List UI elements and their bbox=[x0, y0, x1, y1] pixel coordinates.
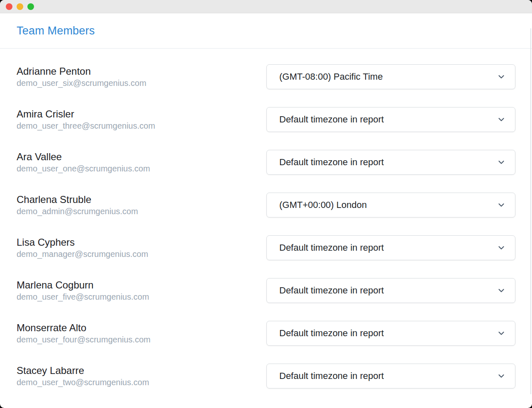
timezone-select[interactable]: Default timezone in report bbox=[266, 107, 515, 132]
member-email: demo_manager@scrumgenius.com bbox=[17, 249, 266, 260]
maximize-button[interactable] bbox=[27, 3, 34, 10]
chevron-down-icon bbox=[497, 158, 506, 167]
member-row: Monserrate Alto demo_user_four@scrumgeni… bbox=[17, 321, 515, 346]
member-email: demo_user_five@scrumgenius.com bbox=[17, 291, 266, 303]
chevron-down-icon bbox=[497, 200, 506, 210]
scrollbar[interactable] bbox=[530, 28, 531, 394]
member-row: Marlena Cogburn demo_user_five@scrumgeni… bbox=[17, 278, 515, 303]
member-row: Amira Crisler demo_user_three@scrumgeniu… bbox=[17, 107, 515, 132]
member-name: Stacey Labarre bbox=[17, 364, 266, 377]
member-email: demo_user_one@scrumgenius.com bbox=[17, 163, 266, 174]
chevron-down-icon bbox=[497, 286, 506, 295]
window-controls bbox=[6, 3, 34, 10]
chevron-down-icon bbox=[497, 72, 506, 81]
timezone-select[interactable]: Default timezone in report bbox=[266, 278, 515, 303]
timezone-select[interactable]: Default timezone in report bbox=[266, 235, 515, 260]
member-name: Monserrate Alto bbox=[17, 322, 266, 334]
member-row: Adrianne Penton demo_user_six@scrumgeniu… bbox=[17, 64, 515, 89]
member-name: Charlena Struble bbox=[17, 193, 266, 206]
member-name: Ara Vallee bbox=[17, 151, 266, 163]
member-name: Lisa Cyphers bbox=[17, 236, 266, 249]
member-info: Marlena Cogburn demo_user_five@scrumgeni… bbox=[17, 278, 266, 303]
member-name: Marlena Cogburn bbox=[17, 279, 266, 291]
member-email: demo_admin@scrumgenius.com bbox=[17, 206, 266, 217]
timezone-selected-value: Default timezone in report bbox=[279, 371, 384, 381]
member-info: Charlena Struble demo_admin@scrumgenius.… bbox=[17, 193, 266, 217]
member-info: Monserrate Alto demo_user_four@scrumgeni… bbox=[17, 321, 266, 345]
member-info: Stacey Labarre demo_user_two@scrumgenius… bbox=[17, 364, 266, 388]
timezone-selected-value: Default timezone in report bbox=[279, 242, 384, 253]
timezone-select[interactable]: (GMT+00:00) London bbox=[266, 193, 515, 217]
member-info: Lisa Cyphers demo_manager@scrumgenius.co… bbox=[17, 235, 266, 260]
timezone-selected-value: Default timezone in report bbox=[279, 114, 384, 125]
member-email: demo_user_three@scrumgenius.com bbox=[17, 120, 266, 132]
close-button[interactable] bbox=[6, 3, 12, 10]
chevron-down-icon bbox=[497, 329, 506, 338]
chevron-down-icon bbox=[497, 115, 506, 124]
member-name: Adrianne Penton bbox=[17, 65, 266, 78]
page-header: Team Members bbox=[0, 13, 532, 49]
timezone-select[interactable]: Default timezone in report bbox=[266, 321, 515, 346]
timezone-selected-value: (GMT+00:00) London bbox=[279, 200, 367, 210]
timezone-selected-value: Default timezone in report bbox=[279, 285, 384, 296]
team-members-list: Adrianne Penton demo_user_six@scrumgeniu… bbox=[0, 49, 532, 388]
timezone-select[interactable]: Default timezone in report bbox=[266, 364, 515, 388]
page-title: Team Members bbox=[17, 24, 95, 37]
member-email: demo_user_four@scrumgenius.com bbox=[17, 334, 266, 345]
member-row: Lisa Cyphers demo_manager@scrumgenius.co… bbox=[17, 235, 515, 260]
member-row: Ara Vallee demo_user_one@scrumgenius.com… bbox=[17, 150, 515, 175]
member-info: Ara Vallee demo_user_one@scrumgenius.com bbox=[17, 150, 266, 174]
member-name: Amira Crisler bbox=[17, 108, 266, 120]
timezone-selected-value: Default timezone in report bbox=[279, 328, 384, 339]
chevron-down-icon bbox=[497, 371, 506, 381]
window-titlebar bbox=[0, 0, 532, 13]
member-row: Charlena Struble demo_admin@scrumgenius.… bbox=[17, 193, 515, 217]
minimize-button[interactable] bbox=[17, 3, 23, 10]
member-email: demo_user_six@scrumgenius.com bbox=[17, 78, 266, 89]
member-row: Stacey Labarre demo_user_two@scrumgenius… bbox=[17, 364, 515, 388]
chevron-down-icon bbox=[497, 243, 506, 252]
timezone-selected-value: Default timezone in report bbox=[279, 157, 384, 168]
timezone-selected-value: (GMT-08:00) Pacific Time bbox=[279, 71, 383, 82]
member-info: Adrianne Penton demo_user_six@scrumgeniu… bbox=[17, 64, 266, 89]
member-info: Amira Crisler demo_user_three@scrumgeniu… bbox=[17, 107, 266, 132]
app-window: Team Members Adrianne Penton demo_user_s… bbox=[0, 0, 532, 408]
member-email: demo_user_two@scrumgenius.com bbox=[17, 377, 266, 388]
timezone-select[interactable]: Default timezone in report bbox=[266, 150, 515, 175]
timezone-select[interactable]: (GMT-08:00) Pacific Time bbox=[266, 64, 515, 89]
